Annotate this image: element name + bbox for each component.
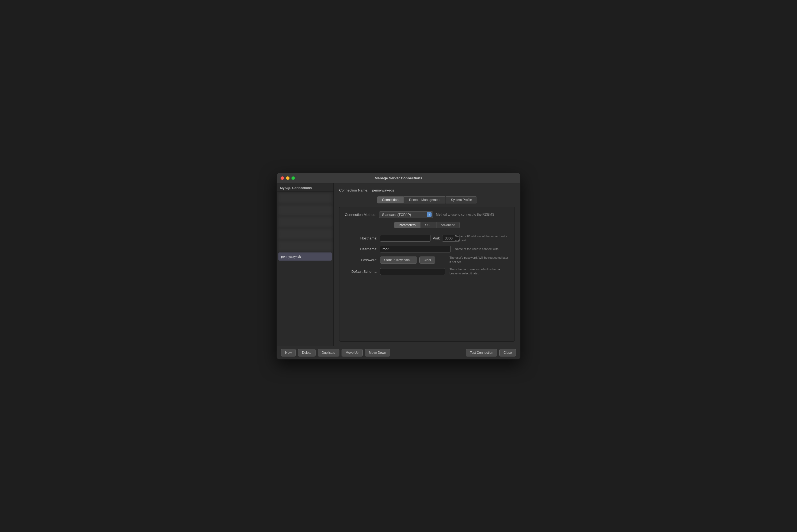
tab-remote-management[interactable]: Remote Management: [404, 196, 446, 204]
connection-method-select-wrapper: Standard (TCP/IP) Local Socket/Pipe Stan…: [379, 211, 433, 218]
tab-connection[interactable]: Connection: [377, 196, 404, 204]
minimize-window-button[interactable]: [286, 176, 290, 180]
default-schema-input[interactable]: [380, 268, 445, 275]
close-window-button[interactable]: [280, 176, 284, 180]
content-area: MySQL Connections pennyway-rds Connectio…: [277, 183, 520, 346]
connection-method-select[interactable]: Standard (TCP/IP) Local Socket/Pipe Stan…: [379, 211, 433, 218]
connection-method-label: Connection Method:: [345, 213, 376, 217]
username-hint: Name of the user to connect with.: [455, 247, 499, 251]
blurred-connection-2[interactable]: [278, 205, 332, 216]
sub-tabs: Parameters SSL Advanced: [345, 222, 509, 228]
sub-tab-ssl[interactable]: SSL: [420, 222, 436, 228]
connection-method-row: Connection Method: Standard (TCP/IP) Loc…: [345, 211, 509, 218]
default-schema-hint: The schema to use as default schema. Lea…: [450, 267, 509, 276]
move-up-button[interactable]: Move Up: [342, 349, 363, 357]
maximize-window-button[interactable]: [291, 176, 295, 180]
parameters-section: Hostname: Port: Name or IP address of th…: [345, 232, 509, 276]
sidebar-connections: pennyway-rds: [277, 192, 333, 346]
move-down-button[interactable]: Move Down: [365, 349, 390, 357]
hostname-input[interactable]: [380, 235, 431, 242]
connection-name-row: Connection Name:: [339, 188, 515, 193]
delete-button[interactable]: Delete: [298, 349, 315, 357]
password-buttons: Store in Keychain ... Clear: [380, 256, 445, 264]
connection-name-label: Connection Name:: [339, 188, 368, 192]
tab-system-profile[interactable]: System Profile: [446, 196, 477, 204]
sidebar-header: MySQL Connections: [277, 183, 333, 192]
sub-tab-parameters[interactable]: Parameters: [394, 222, 420, 228]
store-in-keychain-button[interactable]: Store in Keychain ...: [380, 256, 417, 264]
default-schema-row: Default Schema: The schema to use as def…: [345, 267, 509, 276]
connection-method-hint: Method to use to connect to the RDBMS: [436, 213, 494, 216]
password-label: Password:: [345, 258, 380, 262]
blurred-connection-1[interactable]: [278, 193, 332, 204]
hostname-hint: Name or IP address of the server host - …: [455, 234, 509, 243]
username-input-col: [380, 246, 451, 252]
connection-name-input[interactable]: [371, 188, 515, 193]
titlebar: Manage Server Connections: [277, 173, 520, 183]
main-tabs: Connection Remote Management System Prof…: [339, 196, 515, 204]
password-row: Password: Store in Keychain ... Clear Th…: [345, 256, 509, 264]
blurred-connection-5[interactable]: [278, 241, 332, 251]
port-label: Port:: [433, 236, 440, 240]
default-schema-input-col: [380, 268, 445, 275]
username-row: Username: Name of the user to connect wi…: [345, 246, 509, 252]
test-connection-button[interactable]: Test Connection: [466, 349, 497, 357]
default-schema-label: Default Schema:: [345, 269, 380, 273]
sidebar: MySQL Connections pennyway-rds: [277, 183, 334, 346]
selected-connection-item[interactable]: pennyway-rds: [278, 252, 332, 261]
main-panel: Connection Name: Connection Remote Manag…: [334, 183, 520, 346]
username-label: Username:: [345, 247, 380, 251]
window-body: MySQL Connections pennyway-rds Connectio…: [277, 183, 520, 359]
manage-server-connections-window: Manage Server Connections MySQL Connecti…: [276, 173, 521, 359]
username-input[interactable]: [380, 246, 451, 252]
hostname-row: Hostname: Port: Name or IP address of th…: [345, 234, 509, 243]
clear-password-button[interactable]: Clear: [419, 256, 435, 264]
close-button[interactable]: Close: [499, 349, 516, 357]
new-button[interactable]: New: [281, 349, 296, 357]
blurred-connection-4[interactable]: [278, 229, 332, 240]
traffic-lights: [280, 176, 295, 180]
hostname-port-wrapper: Port:: [380, 235, 451, 242]
inner-panel: Connection Method: Standard (TCP/IP) Loc…: [339, 207, 515, 342]
sub-tab-advanced[interactable]: Advanced: [436, 222, 460, 228]
password-hint: The user's password. Will be requested l…: [450, 256, 509, 264]
duplicate-button[interactable]: Duplicate: [318, 349, 339, 357]
window-title: Manage Server Connections: [375, 176, 422, 180]
blurred-connection-3[interactable]: [278, 217, 332, 228]
hostname-label: Hostname:: [345, 236, 380, 240]
bottom-toolbar: New Delete Duplicate Move Up Move Down T…: [277, 346, 520, 359]
